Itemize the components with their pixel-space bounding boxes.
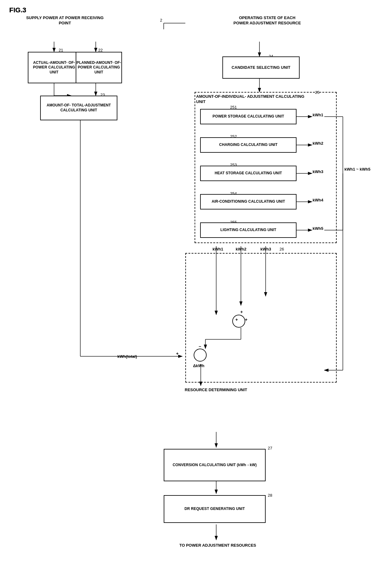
plus-sign-top-left: + [235, 317, 238, 322]
sum-circle-bottom [194, 349, 207, 362]
unit-251-box: POWER STORAGE CALCULATING UNIT [200, 109, 297, 124]
kwh2-bottom-label: kWh2 [236, 247, 246, 252]
plus-sign-top-top: + [240, 309, 243, 314]
kwh5-label: kWh5 [313, 226, 323, 231]
kwh2-label: kWh2 [313, 141, 323, 146]
unit-27-box: CONVERSION CALCULATING UNIT (kWh→kW) [164, 449, 266, 481]
kwh1-to-5-label: kWh1 ~ kWh5 [344, 167, 370, 172]
kwh1-bottom-label: kWh1 [213, 247, 223, 252]
unit-254-box: AIR-CONDITIONING CALCULATING UNIT [200, 194, 297, 209]
kwh1-label: kWh1 [313, 113, 323, 118]
unit-24-box: CANDIDATE SELECTING UNIT [222, 56, 300, 79]
operating-state-label: OPERATING STATE OF EACH POWER ADJUSTMENT… [232, 15, 303, 26]
unit-255-box: LIGHTING CALCULATING UNIT [200, 222, 297, 238]
fig-label: FIG.3 [9, 6, 26, 14]
ref-2: 2 [160, 18, 162, 23]
plus-sign-bottom: + [176, 351, 179, 356]
ref-26: 26 [280, 247, 284, 251]
unit-23-box: AMOUNT-OF- TOTAL-ADJUSTMENT CALCULATING … [40, 96, 117, 120]
unit-26-dashed-box [185, 253, 337, 383]
unit-25-label: AMOUNT-OF-INDIVIDUAL- ADJUSTMENT CALCULA… [196, 94, 310, 105]
kwh3-label: kWh3 [313, 169, 323, 175]
ref-27: 27 [268, 446, 272, 450]
unit-22-box: PLANNED-AMOUNT- OF-POWER CALCULATING UNI… [76, 52, 122, 83]
delta-kwh-label: ΔkWh [193, 363, 204, 369]
unit-21-box: ACTUAL-AMOUNT- OF-POWER CALCULATING UNIT [28, 52, 80, 83]
resource-determining-label: RESOURCE DETERMINING UNIT [185, 387, 247, 393]
plus-sign-top-right: + [245, 317, 247, 322]
minus-sign-bottom: − [199, 344, 201, 349]
kwh-total-label: kWh(total) [117, 354, 137, 359]
unit-253-box: HEAT STORAGE CALCULATING UNIT [200, 166, 297, 181]
kwh3-bottom-label: kWh3 [260, 247, 271, 252]
unit-252-box: CHARGING CALCULATING UNIT [200, 137, 297, 153]
unit-28-box: DR REQUEST GENERATING UNIT [164, 495, 266, 523]
kwh4-label: kWh4 [313, 198, 323, 203]
to-power-adj-label: TO POWER ADJUSTMENT RESOURCES [175, 543, 261, 548]
sum-circle-top [232, 315, 245, 328]
supply-power-label: SUPPLY POWER AT POWER RECEIVING POINT [25, 15, 105, 26]
ref-28: 28 [268, 493, 272, 498]
